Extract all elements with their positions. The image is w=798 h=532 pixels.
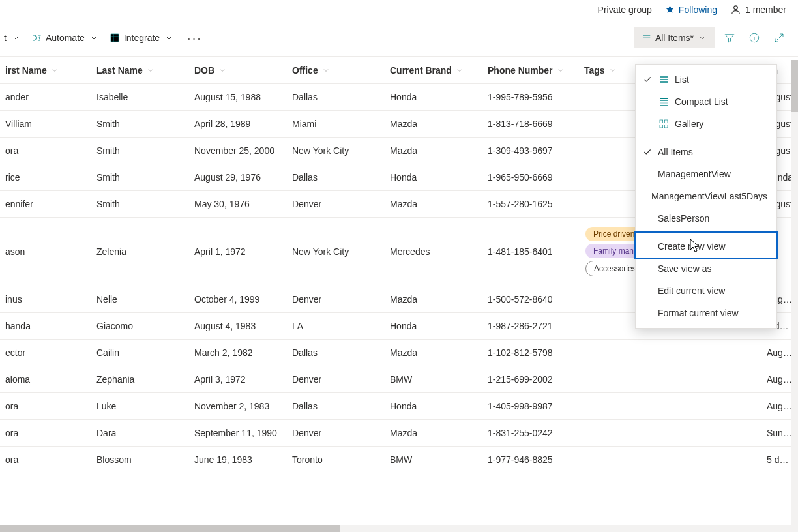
column-firstname[interactable]: irst Name	[0, 57, 91, 84]
automate-button[interactable]: Automate	[27, 30, 103, 46]
view-option-compact-list[interactable]: Compact List	[636, 91, 776, 113]
group-visibility: Private group	[598, 5, 652, 15]
svg-rect-1	[111, 34, 119, 42]
cell-dob: June 19, 1983	[189, 447, 287, 473]
table-row[interactable]: oraBlossomJune 19, 1983TorontoBMW1-977-9…	[0, 447, 798, 473]
cell-dob: August 4, 1983	[189, 313, 287, 340]
cell-lastName: Isabelle	[91, 84, 189, 111]
option-label: All Items	[658, 147, 693, 157]
saved-view-salesperson[interactable]: SalesPerson	[636, 207, 776, 229]
svg-rect-5	[660, 125, 663, 128]
cell-tags	[579, 340, 761, 366]
grid-icon	[110, 33, 120, 43]
following-button[interactable]: Following	[665, 5, 717, 15]
cell-brand: BMW	[385, 366, 482, 393]
integrate-button[interactable]: Integrate	[106, 30, 178, 46]
cell-firstName: ora	[0, 393, 91, 420]
scrollbar-thumb[interactable]	[791, 60, 798, 112]
option-label: List	[675, 74, 689, 85]
command-bar: t Automate Integrate ··· All Items*	[0, 22, 798, 56]
column-phone[interactable]: Phone Number	[482, 57, 579, 84]
filter-icon	[724, 32, 735, 44]
cell-dob: April 28, 1989	[189, 111, 287, 138]
compact-icon	[658, 96, 670, 107]
tag-pill[interactable]: Price driven	[585, 227, 642, 241]
chevron-down-icon	[698, 33, 707, 42]
column-lastname[interactable]: Last Name	[91, 57, 189, 84]
cell-phone: 1-987-286-2721	[482, 313, 579, 340]
chevron-down-icon	[10, 33, 21, 43]
view-action-save-view-as[interactable]: Save view as	[636, 258, 776, 280]
cell-tags	[579, 420, 761, 447]
gallery-icon	[658, 119, 670, 129]
cell-firstName: rice	[0, 164, 91, 191]
cell-lastName: Luke	[91, 393, 189, 420]
cell-office: Denver	[287, 366, 385, 393]
vertical-scrollbar[interactable]	[791, 60, 798, 525]
cell-brand: Honda	[385, 84, 482, 111]
scrollbar-thumb[interactable]	[0, 525, 340, 532]
view-action-edit-current-view[interactable]: Edit current view	[636, 280, 776, 302]
cell-lastName: Blossom	[91, 447, 189, 473]
table-row[interactable]: alomaZephaniaApril 3, 1972DenverBMW1-215…	[0, 366, 798, 393]
saved-view-managementview[interactable]: ManagementView	[636, 163, 776, 185]
view-switcher-button[interactable]: All Items*	[634, 27, 715, 48]
cell-phone: 1-309-493-9697	[482, 138, 579, 164]
cell-dob: November 25, 2000	[189, 138, 287, 164]
table-row[interactable]: oraLukeNovember 2, 1983DallasHonda1-405-…	[0, 393, 798, 420]
star-icon	[665, 5, 675, 14]
list-icon	[642, 33, 651, 42]
info-icon	[748, 32, 760, 44]
chevron-down-icon	[51, 66, 59, 74]
export-button[interactable]: t	[0, 30, 25, 46]
member-count-button[interactable]: 1 member	[730, 4, 786, 15]
cell-firstName: handa	[0, 313, 91, 340]
view-action-create-new-view[interactable]: Create new view	[636, 235, 776, 258]
saved-view-all-items[interactable]: All Items	[636, 141, 776, 163]
view-action-format-current-view[interactable]: Format current view	[636, 302, 776, 324]
cell-phone: 1-995-789-5956	[482, 84, 579, 111]
horizontal-scrollbar[interactable]	[0, 525, 798, 532]
more-actions-button[interactable]: ···	[181, 31, 209, 46]
cell-phone: 1-557-280-1625	[482, 191, 579, 218]
cell-lastName: Cailin	[91, 340, 189, 366]
cell-firstName: ason	[0, 218, 91, 286]
column-office[interactable]: Office	[287, 57, 385, 84]
svg-point-0	[734, 6, 738, 10]
view-option-gallery[interactable]: Gallery	[636, 113, 776, 135]
cell-phone: 1-405-998-9987	[482, 393, 579, 420]
cell-brand: Honda	[385, 393, 482, 420]
cell-dob: August 15, 1988	[189, 84, 287, 111]
cell-office: New York City	[287, 218, 385, 286]
cell-lastName: Smith	[91, 138, 189, 164]
cell-tags	[579, 366, 761, 393]
chevron-down-icon	[164, 33, 174, 43]
info-pane-button[interactable]	[745, 28, 764, 48]
tag-pill[interactable]: Family man	[585, 244, 642, 258]
export-label: t	[4, 33, 7, 43]
column-dob[interactable]: DOB	[189, 57, 287, 84]
option-label: Save view as	[658, 263, 711, 274]
expand-button[interactable]	[769, 28, 789, 48]
cell-brand: Mazda	[385, 420, 482, 447]
table-row[interactable]: oraDaraSeptember 11, 1990DenverMazda1-83…	[0, 420, 798, 447]
cell-office: Denver	[287, 420, 385, 447]
person-icon	[730, 4, 741, 15]
member-count-label: 1 member	[745, 5, 786, 15]
saved-view-managementviewlast5days[interactable]: ManagementViewLast5Days	[636, 185, 776, 207]
svg-rect-4	[664, 120, 668, 123]
cell-phone: 1-102-812-5798	[482, 340, 579, 366]
cell-office: New York City	[287, 138, 385, 164]
cell-office: Dallas	[287, 393, 385, 420]
cell-dob: August 29, 1976	[189, 164, 287, 191]
column-brand[interactable]: Current Brand	[385, 57, 482, 84]
view-option-list[interactable]: List	[636, 68, 776, 91]
cell-tags	[579, 393, 761, 420]
table-row[interactable]: ectorCailinMarch 2, 1982DallasMazda1-102…	[0, 340, 798, 366]
cell-brand: Mazda	[385, 191, 482, 218]
filter-button[interactable]	[720, 28, 739, 48]
list-icon	[658, 74, 670, 85]
expand-icon	[773, 32, 785, 44]
cell-dob: April 1, 1972	[189, 218, 287, 286]
cell-firstName: ora	[0, 420, 91, 447]
